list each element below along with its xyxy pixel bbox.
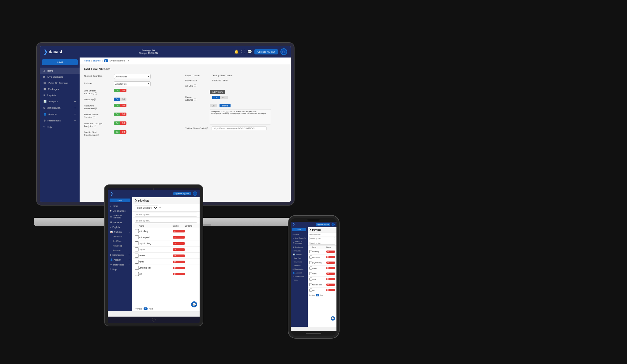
breadcrumb-channel[interactable]: channel [93,59,101,62]
player-size-label: Player Size [185,79,210,82]
row-checkbox[interactable] [135,241,139,245]
phone-sidebar-vod[interactable]: ▤ Video On Demand [291,240,308,245]
power-button[interactable]: ⏻ [280,48,287,55]
sidebar-item-monetization[interactable]: $ Monetization + [40,105,80,111]
fullscreen-icon[interactable]: ⛶ [241,50,245,54]
sidebar-item-vod[interactable]: ▤ Video On Demand [40,80,80,86]
sidebar-item-playlists[interactable]: ≡ Playlists [40,92,80,98]
livestream-on-btn[interactable]: On [114,89,120,92]
phone-sidebar-account[interactable]: 👤 Account [291,271,308,275]
phone-sidebar-playlists[interactable]: ≡ Playlists [291,249,308,253]
phone-sidebar-viewership[interactable]: Viewership [291,260,308,264]
sidebar-item-home[interactable]: ⌂ Home [40,68,80,74]
countdown-on-btn[interactable]: On [114,130,120,134]
tablet-chat-button[interactable]: 💬 [191,301,197,307]
allowed-countries-select[interactable]: All countries ▾ [114,74,151,79]
row-checkbox[interactable] [135,272,139,276]
sidebar-item-analytics[interactable]: 📊 Analytics + [40,98,80,105]
autoplay-off-btn[interactable]: Off [120,98,127,101]
row-checkbox[interactable] [135,266,139,270]
search-title-input[interactable] [135,219,197,223]
phone-sidebar-analytics[interactable]: 📊 Analytics [291,253,308,256]
ph-row-check[interactable] [309,288,312,292]
tablet-upgrade-button[interactable]: Upgrade my plan [173,192,191,195]
phone-chat-button[interactable]: 💬 [331,316,335,321]
tablet-sidebar-analytics[interactable]: 📊 Analytics - [108,229,132,234]
sidebar-item-live-channels[interactable]: ▶ Live Channels [40,74,80,80]
add-button[interactable]: + Add [42,59,78,65]
autoplay-on-btn[interactable]: On [114,98,120,101]
row-checkbox[interactable] [135,254,139,258]
livestream-off-btn[interactable]: Off [120,89,127,92]
ph-row-check[interactable] [309,261,312,265]
password-on-btn[interactable]: On [114,104,120,107]
phone-sidebar-realtime[interactable]: Real Time [291,256,308,260]
password-off-btn[interactable]: Off [120,104,127,107]
tablet-sidebar-help[interactable]: ? Help [108,267,132,272]
phone-sidebar-home[interactable]: ⌂ Home [291,232,308,236]
iframe-off-btn[interactable]: Off [220,96,227,99]
batch-configure-select[interactable]: Batch Configure [135,206,158,210]
iframe-tab-button[interactable]: Iframe [220,104,231,107]
sidebar-item-packages[interactable]: ▦ Packages [40,86,80,92]
tablet-sidebar-playlists[interactable]: ≡ Playlists [108,225,132,229]
phone-sidebar-packages[interactable]: ▦ Packages [291,245,308,249]
countdown-off-btn[interactable]: Off [120,130,127,134]
sidebar-item-account[interactable]: 👤 Account + [40,111,80,117]
js-tab-button[interactable]: JS [210,104,217,107]
iframe-on-btn[interactable]: On [212,96,220,99]
breadcrumb-home[interactable]: Home [84,59,90,62]
tablet-power-button[interactable] [193,191,197,196]
tablet-sidebar-live[interactable]: ▶ Live Channels [108,208,132,213]
tablet-home-button[interactable] [108,317,200,323]
page-1-button[interactable]: 1 [144,307,148,310]
phone-power-button[interactable] [332,223,335,226]
phone-sidebar-live[interactable]: ▶ Live Channels [291,236,308,240]
ph-row-check[interactable] [309,283,312,287]
row-checkbox[interactable] [135,235,139,239]
tablet-sidebar-home[interactable]: ⌂ Home [108,204,132,208]
phone-sidebar-revenue[interactable]: Revenue [291,264,308,267]
phone-sidebar-monetization[interactable]: $ Monetization [291,267,308,271]
phone-sidebar-preferences[interactable]: ⚙ Preferences [291,275,308,278]
row-checkbox[interactable] [135,260,139,264]
tablet-sidebar-preferences[interactable]: ⚙ Preferences + [108,262,132,267]
ga-off-btn[interactable]: Off [120,121,127,125]
tablet-sidebar-revenue[interactable]: Revenue [108,248,132,253]
chat-icon[interactable]: 💬 [247,50,252,54]
ph-row-check[interactable] [309,250,312,254]
phone-add-button[interactable]: + Add [292,228,306,231]
phone-upgrade-button[interactable]: Upgrade my plan [316,223,330,226]
ph-row-check[interactable] [309,266,312,270]
ph-pkg-label: Packages [295,246,303,248]
upgrade-button[interactable]: Upgrade my plan [254,49,278,54]
ph-row-check[interactable] [309,277,312,281]
tablet-sidebar-packages[interactable]: ▦ Packages [108,220,132,225]
phone-search-date-input[interactable] [309,237,335,240]
tablet-sidebar-account[interactable]: 👤 Account + [108,257,132,262]
tablet-sidebar-realtime[interactable]: Real Time [108,239,132,243]
ad-preview-button[interactable]: Ad Preview [210,90,225,94]
sidebar-item-help[interactable]: ? Help [40,124,80,130]
ph-row-check[interactable] [309,272,312,276]
tablet-sidebar-dashboard[interactable]: Dashboard [108,234,132,239]
ga-on-btn[interactable]: On [114,121,120,125]
bell-icon[interactable]: 🔔 [234,50,239,54]
tablet-back-button[interactable]: ← [108,311,200,317]
sidebar-item-preferences[interactable]: ⚙ Preferences + [40,117,80,124]
row-checkbox[interactable] [135,229,139,233]
phone-sidebar-help[interactable]: ? Help [291,278,308,282]
referrer-select[interactable]: All referrers ▾ [114,81,151,86]
ph-row-check[interactable] [309,255,312,259]
ph-page-btn[interactable]: 1 [316,294,319,296]
viewer-on-btn[interactable]: On [114,113,120,116]
tablet-sidebar-viewership[interactable]: Viewership [108,243,132,248]
row-checkbox[interactable] [135,247,139,251]
phone-back-button[interactable]: ← [291,327,336,331]
viewer-off-btn[interactable]: Off [120,113,127,116]
search-date-input[interactable] [135,213,197,217]
tablet-add-button[interactable]: + Add [110,199,130,202]
tablet-sidebar-vod[interactable]: ▤ Video On Demand [108,213,132,220]
tablet-sidebar-monetization[interactable]: $ Monetization + [108,253,132,257]
phone-search-title-input[interactable] [309,242,335,245]
